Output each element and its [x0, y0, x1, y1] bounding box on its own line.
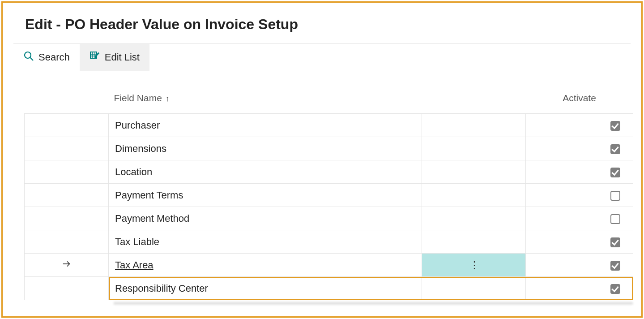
row-action-cell [422, 277, 526, 300]
search-icon [23, 51, 34, 64]
activate-cell[interactable] [526, 160, 633, 184]
edit-list-icon [90, 51, 100, 64]
activate-cell[interactable] [526, 137, 633, 160]
row-indicator-cell [25, 254, 109, 277]
row-action-cell [422, 207, 526, 230]
activate-checkbox[interactable] [610, 284, 620, 294]
field-name-text: Payment Terms [115, 190, 183, 201]
activate-checkbox[interactable] [610, 191, 620, 201]
col-header-indicator [25, 85, 109, 114]
row-indicator-cell [25, 184, 109, 207]
edit-list-button[interactable]: Edit List [80, 44, 149, 71]
field-name-cell[interactable]: Tax Liable [109, 230, 422, 254]
row-action-cell [422, 114, 526, 137]
activate-checkbox[interactable] [610, 144, 620, 154]
activate-cell[interactable] [526, 207, 633, 230]
row-action-cell [422, 184, 526, 207]
svg-point-0 [25, 52, 31, 58]
row-action-cell [422, 137, 526, 160]
field-name-cell[interactable]: Location [109, 160, 422, 184]
edit-list-label: Edit List [105, 52, 140, 63]
field-name-cell[interactable]: Payment Method [109, 207, 422, 230]
row-indicator-cell [25, 277, 109, 300]
activate-checkbox[interactable] [610, 168, 620, 177]
activate-cell[interactable] [526, 114, 633, 137]
row-indicator-cell [25, 230, 109, 254]
table-area: Field Name ↑ Activate PurchaserDimension… [3, 71, 641, 300]
field-name-cell[interactable]: Purchaser [109, 114, 422, 137]
page-frame: Edit - PO Header Value on Invoice Setup … [1, 1, 643, 318]
col-header-activate[interactable]: Activate [526, 85, 633, 114]
row-indicator-cell [25, 114, 109, 137]
table-row[interactable]: Payment Terms [25, 184, 633, 207]
activate-cell[interactable] [526, 277, 633, 300]
field-name-cell[interactable]: Tax Area [109, 254, 422, 277]
row-action-cell[interactable]: ⋮ [422, 254, 526, 277]
field-name-text: Responsibility Center [115, 283, 208, 294]
setup-table: Field Name ↑ Activate PurchaserDimension… [24, 85, 633, 300]
field-name-cell[interactable]: Responsibility Center [109, 277, 422, 300]
table-header-row: Field Name ↑ Activate [25, 85, 633, 114]
field-name-text: Tax Area [115, 259, 154, 271]
activate-checkbox[interactable] [610, 121, 620, 131]
field-name-text: Payment Method [115, 213, 189, 224]
col-header-activate-text: Activate [563, 93, 596, 103]
table-row[interactable]: Tax Area⋮ [25, 254, 633, 277]
table-row[interactable]: Location [25, 160, 633, 184]
table-row[interactable]: Responsibility Center [25, 277, 633, 300]
row-action-cell [422, 230, 526, 254]
table-row[interactable]: Tax Liable [25, 230, 633, 254]
current-row-arrow-icon [62, 260, 72, 271]
activate-cell[interactable] [526, 254, 633, 277]
col-header-field-name[interactable]: Field Name ↑ [109, 85, 422, 114]
field-name-text: Tax Liable [115, 236, 159, 247]
page-title: Edit - PO Header Value on Invoice Setup [3, 3, 641, 43]
field-name-cell[interactable]: Dimensions [109, 137, 422, 160]
search-button[interactable]: Search [13, 44, 80, 71]
table-row[interactable]: Purchaser [25, 114, 633, 137]
row-action-cell [422, 160, 526, 184]
field-name-text: Purchaser [115, 120, 160, 131]
svg-line-1 [30, 57, 33, 60]
activate-cell[interactable] [526, 184, 633, 207]
search-label: Search [38, 52, 70, 63]
field-name-text: Dimensions [115, 143, 166, 154]
table-row[interactable]: Dimensions [25, 137, 633, 160]
toolbar: Search Edit List [13, 43, 631, 71]
row-indicator-cell [25, 160, 109, 184]
activate-cell[interactable] [526, 230, 633, 254]
table-shadow [114, 302, 633, 305]
activate-checkbox[interactable] [610, 237, 620, 247]
col-header-field-name-text: Field Name [114, 93, 162, 103]
row-more-actions-icon[interactable]: ⋮ [469, 259, 478, 271]
row-indicator-cell [25, 137, 109, 160]
row-indicator-cell [25, 207, 109, 230]
activate-checkbox[interactable] [610, 261, 620, 271]
sort-asc-icon: ↑ [166, 94, 170, 103]
col-header-spacer [422, 85, 526, 114]
field-name-text: Location [115, 166, 152, 177]
table-row[interactable]: Payment Method [25, 207, 633, 230]
activate-checkbox[interactable] [610, 214, 620, 224]
field-name-cell[interactable]: Payment Terms [109, 184, 422, 207]
